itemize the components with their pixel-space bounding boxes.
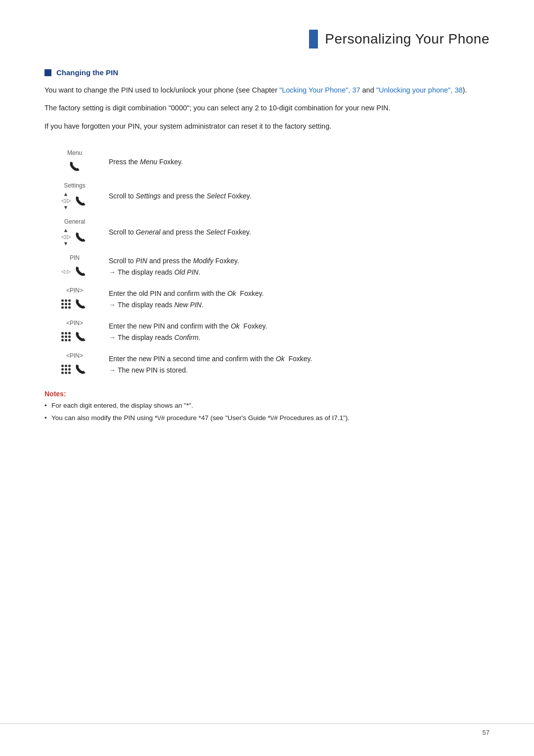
notes-list: For each digit entered, the display show… (44, 401, 490, 423)
step-6-result: → The display reads Confirm. (109, 332, 486, 343)
step-6-icon-cell: <PIN> (44, 316, 109, 348)
notes-title: Notes: (44, 390, 490, 398)
step-7-icon (44, 361, 105, 377)
page: Personalizing Your Phone Changing the PI… (0, 0, 534, 756)
step-6-desc: Enter the new PIN and confirm with the O… (109, 316, 490, 348)
step-1-icon (44, 158, 105, 174)
table-row: <PIN> Enter the old PIN and confirm wi (44, 283, 490, 316)
link-locking[interactable]: "Locking Your Phone", 37 (279, 86, 360, 94)
paragraph-2: The factory setting is digit combination… (44, 102, 490, 113)
step-1-desc: Press the Menu Foxkey. (109, 145, 490, 178)
left-arrow: ◁ (61, 234, 65, 240)
handset-icon (73, 193, 89, 209)
notes-section: Notes: For each digit entered, the displ… (44, 390, 490, 423)
step-2-icon-cell: Settings ▲ ◁ ▷ ▼ (44, 178, 109, 214)
step-3-icon-cell: General ▲ ◁ ▷ ▼ (44, 214, 109, 250)
page-footer: 57 (0, 723, 534, 736)
nav-arrows-icon: ▲ ◁ ▷ ▼ (61, 227, 71, 246)
step-4-label: PIN (44, 254, 105, 261)
arrow-right-icon: → (109, 267, 116, 278)
list-item: You can also modify the PIN using *\/# p… (44, 413, 490, 423)
step-7-desc: Enter the new PIN a second time and conf… (109, 348, 490, 381)
step-5-icon (44, 296, 105, 312)
step-4-icon: ◁ ▷ (44, 263, 105, 279)
steps-table: Menu Press the Menu Foxkey. Settings (44, 145, 490, 381)
step-4-result: → The display reads Old PIN. (109, 267, 486, 278)
step-2-icon: ▲ ◁ ▷ ▼ (44, 191, 105, 210)
handset-icon (73, 296, 89, 312)
step-3-label: General (44, 218, 105, 225)
keypad-icon (61, 365, 71, 374)
table-row: PIN ◁ ▷ Scroll to PIN (44, 250, 490, 283)
keypad-icon (61, 332, 71, 341)
step-1-icon-cell: Menu (44, 145, 109, 178)
right-arrow: ▷ (67, 234, 71, 240)
step-3-desc: Scroll to General and press the Select F… (109, 214, 490, 250)
table-row: Settings ▲ ◁ ▷ ▼ (44, 178, 490, 214)
table-row: <PIN> Enter the new PIN and confirm wi (44, 316, 490, 348)
table-row: General ▲ ◁ ▷ ▼ (44, 214, 490, 250)
nav-arrows-icon: ▲ ◁ ▷ ▼ (61, 191, 71, 210)
right-arrow: ▷ (67, 269, 71, 274)
page-header: Personalizing Your Phone (44, 30, 490, 48)
section-heading: Changing the PIN (44, 68, 490, 77)
step-1-label: Menu (44, 149, 105, 156)
arrow-right-icon: → (109, 365, 116, 376)
step-4-icon-cell: PIN ◁ ▷ (44, 250, 109, 283)
table-row: Menu Press the Menu Foxkey. (44, 145, 490, 178)
paragraph-1: You want to change the PIN used to lock/… (44, 85, 490, 95)
header-accent-bar (309, 30, 318, 48)
list-item: For each digit entered, the display show… (44, 401, 490, 411)
page-number: 57 (483, 729, 490, 736)
step-7-icon-cell: <PIN> (44, 348, 109, 381)
step-6-label: <PIN> (44, 320, 105, 327)
down-arrow: ▼ (63, 240, 69, 246)
handset-icon (73, 361, 89, 377)
page-title: Personalizing Your Phone (325, 31, 490, 47)
handset-icon (73, 329, 89, 344)
step-3-icon: ▲ ◁ ▷ ▼ (44, 227, 105, 246)
handset-icon (73, 229, 89, 245)
nav-arrows-icon: ◁ ▷ (61, 269, 71, 274)
up-arrow: ▲ (63, 227, 69, 233)
step-5-desc: Enter the old PIN and confirm with the O… (109, 283, 490, 316)
left-arrow: ◁ (61, 269, 65, 274)
section-square-icon (44, 69, 51, 76)
step-6-icon (44, 329, 105, 344)
paragraph-3: If you have forgotten your PIN, your sys… (44, 121, 490, 132)
step-7-label: <PIN> (44, 352, 105, 359)
section-title: Changing the PIN (56, 68, 118, 77)
handset-icon (73, 263, 89, 279)
link-unlocking[interactable]: "Unlocking your phone", 38 (376, 86, 463, 94)
arrow-right-icon: → (109, 300, 116, 311)
down-arrow: ▼ (63, 204, 69, 210)
step-2-desc: Scroll to Settings and press the Select … (109, 178, 490, 214)
step-5-result: → The display reads New PIN. (109, 300, 486, 311)
up-arrow: ▲ (63, 191, 69, 197)
step-4-desc: Scroll to PIN and press the Modify Foxke… (109, 250, 490, 283)
step-5-label: <PIN> (44, 287, 105, 294)
left-arrow: ◁ (61, 197, 65, 204)
keypad-icon (61, 299, 71, 309)
handset-icon (67, 158, 83, 174)
header-title-group: Personalizing Your Phone (309, 30, 490, 48)
step-2-label: Settings (44, 182, 105, 189)
arrow-right-icon: → (109, 332, 116, 343)
right-arrow: ▷ (67, 197, 71, 204)
table-row: <PIN> Enter the new PIN a second time (44, 348, 490, 381)
step-5-icon-cell: <PIN> (44, 283, 109, 316)
step-7-result: → The new PIN is stored. (109, 365, 486, 376)
